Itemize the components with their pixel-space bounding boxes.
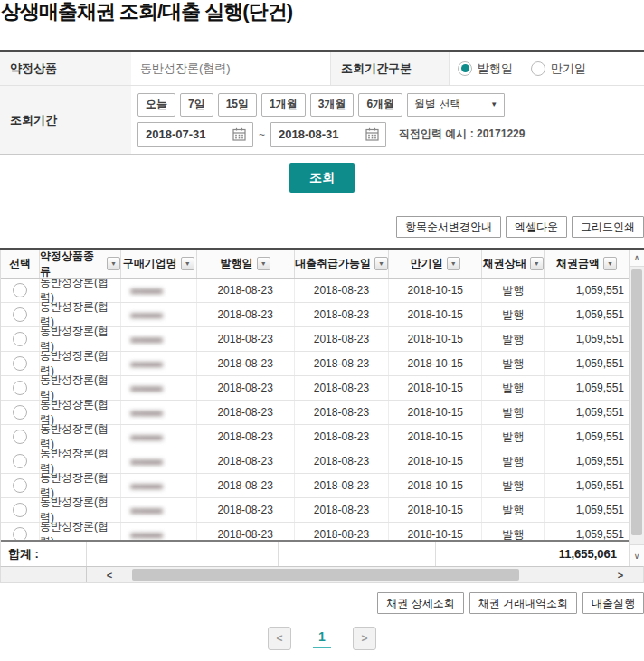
row-select-cell <box>1 449 40 473</box>
issue-date-cell: 2018-08-23 <box>197 425 295 449</box>
row-select-radio[interactable] <box>13 332 27 346</box>
filter-dropdown-icon[interactable]: ▼ <box>603 257 617 270</box>
grid-body: 동반성장론(협력)■■■■■■■2018-08-232018-08-232018… <box>1 279 629 540</box>
row-select-cell <box>1 425 40 449</box>
column-header-label-select: 선택 <box>9 256 31 271</box>
quick-range-1m[interactable]: 1개월 <box>261 93 306 117</box>
radio-option-due-date[interactable]: 만기일 <box>531 61 586 77</box>
frozen-column-gutter <box>1 567 87 582</box>
column-header-label-bond-status: 채권상태 <box>483 256 526 271</box>
bond-amount-cell: 1,059,551 <box>545 401 629 424</box>
row-select-radio[interactable] <box>13 381 27 395</box>
row-select-radio[interactable] <box>13 478 27 493</box>
filter-dropdown-icon[interactable]: ▼ <box>447 257 460 270</box>
product-value: 동반성장론(협력) <box>131 52 330 85</box>
filter-dropdown-icon[interactable]: ▼ <box>107 257 120 270</box>
due-date-cell: 2018-10-15 <box>389 449 482 473</box>
column-header-due-date: 만기일▼ <box>389 250 482 278</box>
pagination: < 1 > <box>0 627 644 650</box>
column-header-loan-available-date: 대출취급가능일▼ <box>295 250 390 278</box>
row-select-radio[interactable] <box>13 430 27 444</box>
horizontal-scroll-thumb[interactable] <box>132 569 519 581</box>
row-select-radio[interactable] <box>13 283 27 297</box>
row-select-cell <box>1 376 40 400</box>
bond-amount-cell: 1,059,551 <box>545 498 629 522</box>
buyer-name-masked: ■■■■■■■ <box>130 310 162 320</box>
search-button[interactable]: 조회 <box>289 163 355 193</box>
row-select-radio[interactable] <box>13 356 27 371</box>
row-select-cell <box>1 303 40 326</box>
loan-available-date-cell: 2018-08-23 <box>295 279 390 302</box>
total-label-cell: 합계 : <box>1 542 87 566</box>
row-select-radio[interactable] <box>13 405 27 420</box>
buyer-name-cell: ■■■■■■■ <box>121 474 197 497</box>
quick-range-7d[interactable]: 7일 <box>180 93 213 117</box>
bond-detail-inquiry-button[interactable]: 채권 상세조회 <box>377 592 463 614</box>
grid-total-row: 합계 :11,655,061 <box>1 540 629 566</box>
scroll-right-button[interactable]: > <box>598 567 643 582</box>
buyer-name-masked: ■■■■■■■ <box>130 286 162 296</box>
buyer-name-cell: ■■■■■■■ <box>121 449 197 473</box>
horizontal-scroll-track[interactable] <box>519 567 598 582</box>
direct-input-hint: 직접입력 예시 : 20171229 <box>399 127 525 142</box>
month-select-dropdown[interactable]: 월별 선택▼ <box>407 93 505 117</box>
column-header-issue-date: 발행일▼ <box>197 250 295 278</box>
quick-range-3m[interactable]: 3개월 <box>310 93 355 117</box>
scroll-down-button[interactable]: ∨ <box>630 544 644 566</box>
row-select-radio[interactable] <box>13 527 27 540</box>
row-select-cell <box>1 523 40 540</box>
bond-transaction-history-button[interactable]: 채권 거래내역조회 <box>469 592 577 614</box>
loan-available-date-cell: 2018-08-23 <box>295 474 390 497</box>
radio-due-date[interactable] <box>531 61 545 76</box>
bond-amount-cell: 1,059,551 <box>545 474 629 497</box>
pagination-next-button[interactable]: > <box>353 627 376 650</box>
calendar-icon[interactable] <box>365 127 379 141</box>
loan-available-date-cell: 2018-08-23 <box>295 401 390 424</box>
due-date-cell: 2018-10-15 <box>389 376 482 400</box>
vertical-scroll-thumb[interactable] <box>631 269 642 535</box>
quick-range-15d[interactable]: 15일 <box>218 93 257 117</box>
filter-dropdown-icon[interactable]: ▼ <box>530 257 544 270</box>
date-to-input[interactable]: 2018-08-31 <box>270 122 386 147</box>
buyer-name-masked: ■■■■■■■ <box>130 383 162 393</box>
row-select-radio[interactable] <box>13 307 27 322</box>
scroll-left-button[interactable]: < <box>87 567 132 582</box>
form-row-product: 약정상품 동반성장론(협력) 조회기간구분 발행일만기일 <box>0 52 644 86</box>
search-button-wrap: 조회 <box>0 163 644 193</box>
radio-option-issue-date[interactable]: 발행일 <box>458 61 513 77</box>
row-select-radio[interactable] <box>13 454 27 468</box>
issue-date-cell: 2018-08-23 <box>197 352 295 375</box>
radio-issue-date-selected[interactable] <box>458 61 472 76</box>
column-header-bond-status: 채권상태▼ <box>482 250 545 278</box>
pagination-prev-button[interactable]: < <box>268 627 291 650</box>
vertical-scroll-track[interactable] <box>630 267 644 544</box>
loan-execute-button[interactable]: 대출실행 <box>582 592 644 614</box>
filter-dropdown-icon[interactable]: ▼ <box>374 257 388 270</box>
date-to-value: 2018-08-31 <box>279 127 339 141</box>
column-order-info-button[interactable]: 항목순서변경안내 <box>396 216 501 238</box>
column-header-label-issue-date: 발행일 <box>221 256 253 271</box>
issue-date-cell: 2018-08-23 <box>197 327 295 351</box>
page: 상생매출채권 조회/대출 실행(단건) 약정상품 동반성장론(협력) 조회기간구… <box>0 0 644 650</box>
date-from-input[interactable]: 2018-07-31 <box>137 122 253 147</box>
pagination-page-1[interactable]: 1 <box>313 629 331 648</box>
quick-range-row: 오늘7일15일1개월3개월6개월월별 선택▼ <box>137 93 505 117</box>
quick-range-today[interactable]: 오늘 <box>137 93 175 117</box>
buyer-name-cell: ■■■■■■■ <box>121 401 197 424</box>
calendar-icon[interactable] <box>232 127 246 141</box>
filter-dropdown-icon[interactable]: ▼ <box>257 257 270 270</box>
bond-amount-cell: 1,059,551 <box>545 449 629 473</box>
period-controls: 오늘7일15일1개월3개월6개월월별 선택▼ 2018-07-31 ~ <box>131 86 644 154</box>
scroll-up-button[interactable]: ∧ <box>630 250 644 267</box>
vertical-scrollbar[interactable]: ∧ ∨ <box>629 250 644 566</box>
filter-dropdown-icon[interactable]: ▼ <box>181 257 194 270</box>
excel-download-button[interactable]: 엑셀다운 <box>506 216 567 238</box>
row-select-radio[interactable] <box>13 503 27 517</box>
horizontal-scrollbar[interactable]: < > <box>0 566 644 583</box>
bond-status-cell: 발행 <box>482 498 545 522</box>
bond-status-cell: 발행 <box>482 352 545 375</box>
row-select-cell <box>1 352 40 375</box>
quick-range-6m[interactable]: 6개월 <box>358 93 402 117</box>
due-date-cell: 2018-10-15 <box>389 523 482 540</box>
grid-print-button[interactable]: 그리드인쇄 <box>572 216 644 238</box>
